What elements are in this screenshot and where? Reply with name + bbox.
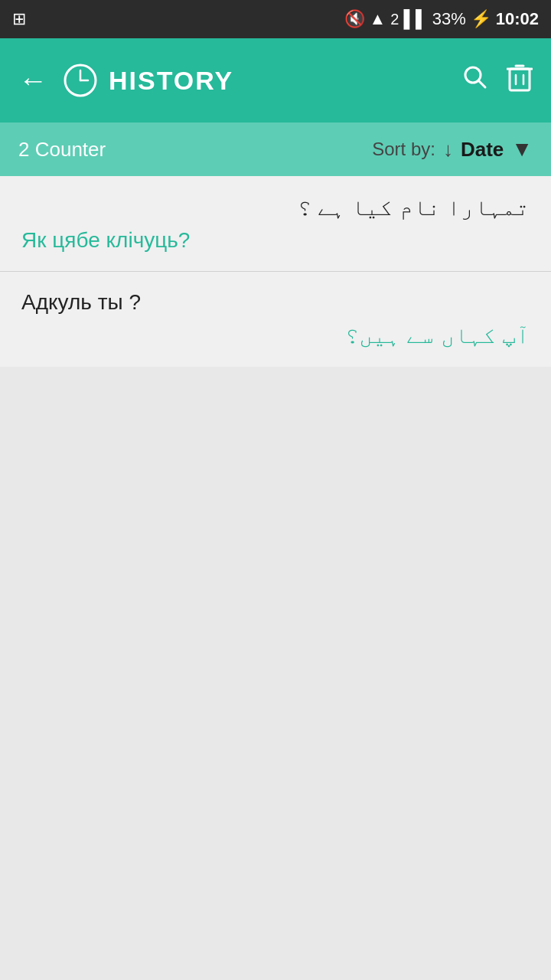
history-item-2[interactable]: Адкуль ты ? آپ کہاں سے ہیں؟	[0, 272, 551, 367]
wifi-icon: ▲	[370, 9, 386, 29]
sort-dropdown-icon[interactable]: ▼	[511, 137, 533, 162]
battery-icon: ⚡	[471, 9, 491, 29]
mute-icon: 🔇	[344, 9, 365, 29]
sort-controls[interactable]: Sort by: ↓ Date ▼	[372, 137, 533, 162]
back-button[interactable]: ←	[18, 66, 47, 95]
delete-button[interactable]	[507, 63, 533, 99]
app-bar-actions	[462, 63, 533, 99]
svg-rect-5	[510, 69, 530, 90]
clock-time: 10:02	[496, 9, 539, 29]
history-item-1[interactable]: تمہارا نام کیا ہے ؟ Як цябе клічуць?	[0, 176, 551, 272]
app-bar-center: HISTORY	[63, 63, 447, 98]
signal-icon: ▌▌	[403, 9, 427, 29]
translated-text-2: آپ کہاں سے ہیں؟	[21, 322, 530, 348]
sort-date-label: Date	[461, 138, 504, 162]
search-button[interactable]	[462, 64, 488, 97]
source-text-2: Адкуль ты ?	[21, 290, 530, 315]
sort-by-label: Sort by:	[372, 139, 435, 160]
translated-text-1: Як цябе клічуць?	[21, 228, 530, 253]
sim2-icon: 2	[390, 11, 399, 28]
sort-bar: 2 Counter Sort by: ↓ Date ▼	[0, 122, 551, 176]
history-list: تمہارا نام کیا ہے ؟ Як цябе клічуць? Адк…	[0, 176, 551, 367]
counter-label: 2 Counter	[18, 138, 106, 162]
app-bar: ← HISTORY	[0, 38, 551, 122]
screenshot-icon: ⊞	[12, 9, 26, 29]
source-text-1: تمہارا نام کیا ہے ؟	[21, 194, 530, 220]
status-left: ⊞	[12, 9, 26, 29]
history-clock-icon	[63, 63, 98, 98]
battery-label: 33%	[432, 9, 466, 29]
sort-direction-icon: ↓	[443, 138, 453, 162]
status-right: 🔇 ▲ 2 ▌▌ 33% ⚡ 10:02	[344, 9, 539, 29]
page-title: HISTORY	[109, 66, 233, 96]
status-bar: ⊞ 🔇 ▲ 2 ▌▌ 33% ⚡ 10:02	[0, 0, 551, 38]
svg-line-4	[478, 80, 485, 87]
